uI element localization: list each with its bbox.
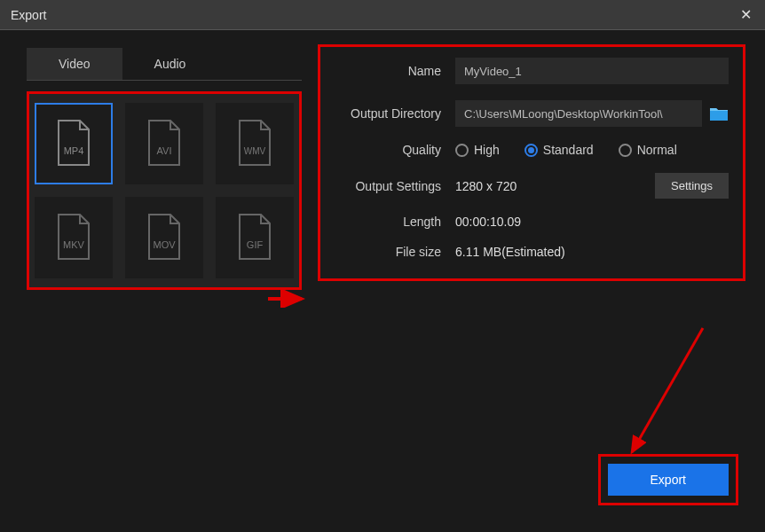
format-gif[interactable]: GIF bbox=[216, 197, 294, 278]
right-pane: Name Output Directory Quality bbox=[311, 30, 765, 532]
label-length: Length bbox=[331, 215, 441, 229]
radio-label: Standard bbox=[543, 143, 594, 157]
name-input[interactable] bbox=[455, 58, 729, 84]
settings-panel: Name Output Directory Quality bbox=[318, 44, 745, 281]
radio-label: Normal bbox=[637, 143, 677, 157]
format-mp4[interactable]: MP4 bbox=[35, 103, 113, 184]
label-output-settings: Output Settings bbox=[331, 179, 441, 193]
label-file-size: File size bbox=[331, 245, 441, 259]
export-box: Export bbox=[598, 454, 738, 505]
label-quality: Quality bbox=[331, 143, 441, 157]
length-value: 00:00:10.09 bbox=[455, 215, 521, 229]
svg-text:GIF: GIF bbox=[247, 239, 264, 250]
format-mov[interactable]: MOV bbox=[125, 197, 203, 278]
export-button[interactable]: Export bbox=[608, 464, 729, 496]
svg-text:MKV: MKV bbox=[63, 239, 85, 250]
quality-normal[interactable]: Normal bbox=[619, 143, 677, 157]
label-name: Name bbox=[331, 64, 441, 78]
output-dir-input[interactable] bbox=[455, 100, 702, 127]
settings-button[interactable]: Settings bbox=[655, 173, 729, 199]
file-avi-icon: AVI bbox=[144, 119, 185, 168]
format-mkv[interactable]: MKV bbox=[35, 197, 113, 278]
file-mp4-icon: MP4 bbox=[53, 119, 94, 168]
format-wmv[interactable]: WMV bbox=[216, 103, 294, 184]
radio-label: High bbox=[474, 143, 500, 157]
svg-text:MOV: MOV bbox=[153, 239, 176, 250]
radio-icon bbox=[455, 144, 469, 157]
file-wmv-icon: WMV bbox=[234, 119, 275, 168]
svg-text:MP4: MP4 bbox=[64, 145, 84, 156]
file-mkv-icon: MKV bbox=[53, 213, 94, 262]
tab-video[interactable]: Video bbox=[27, 48, 122, 80]
radio-icon bbox=[619, 144, 632, 157]
label-output-dir: Output Directory bbox=[331, 106, 441, 121]
resolution-value: 1280 x 720 bbox=[455, 179, 517, 193]
file-gif-icon: GIF bbox=[234, 213, 275, 262]
format-avi[interactable]: AVI bbox=[125, 103, 203, 184]
window-title: Export bbox=[11, 8, 46, 22]
left-pane: Video Audio MP4 AVI bbox=[0, 30, 311, 532]
radio-icon bbox=[524, 144, 538, 157]
svg-text:AVI: AVI bbox=[157, 145, 172, 156]
quality-standard[interactable]: Standard bbox=[524, 143, 594, 157]
format-tabs: Video Audio bbox=[27, 48, 302, 81]
browse-folder-icon[interactable] bbox=[709, 106, 729, 121]
svg-text:WMV: WMV bbox=[244, 146, 266, 156]
quality-high[interactable]: High bbox=[455, 143, 500, 157]
tab-audio[interactable]: Audio bbox=[122, 48, 218, 80]
file-mov-icon: MOV bbox=[144, 213, 185, 262]
titlebar: Export ✕ bbox=[0, 0, 765, 30]
format-grid: MP4 AVI WMV bbox=[27, 91, 302, 290]
close-icon[interactable]: ✕ bbox=[737, 6, 754, 23]
quality-radio-group: High Standard Normal bbox=[455, 143, 677, 157]
file-size-value: 6.11 MB(Estimated) bbox=[455, 245, 565, 259]
